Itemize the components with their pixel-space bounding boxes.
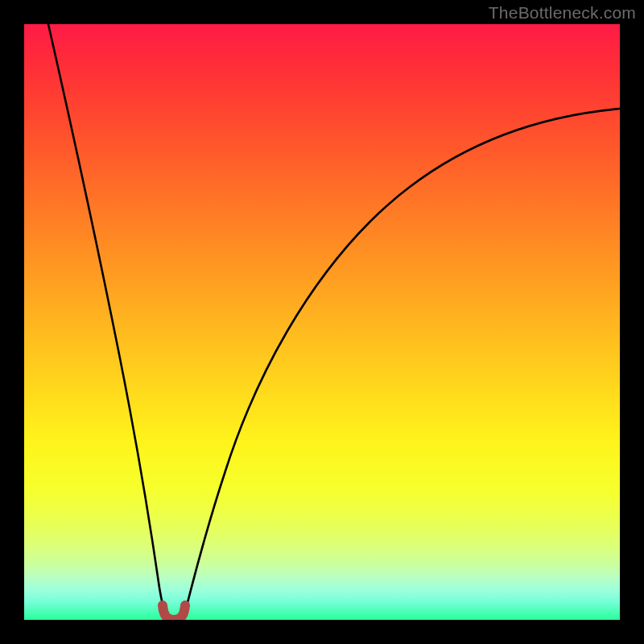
plot-area <box>24 24 620 620</box>
right-branch-curve <box>185 109 620 612</box>
left-branch-curve <box>48 24 165 612</box>
watermark-text: TheBottleneck.com <box>489 3 636 23</box>
chart-frame: TheBottleneck.com <box>0 0 644 644</box>
valley-marker <box>163 605 185 620</box>
curve-layer <box>24 24 620 620</box>
